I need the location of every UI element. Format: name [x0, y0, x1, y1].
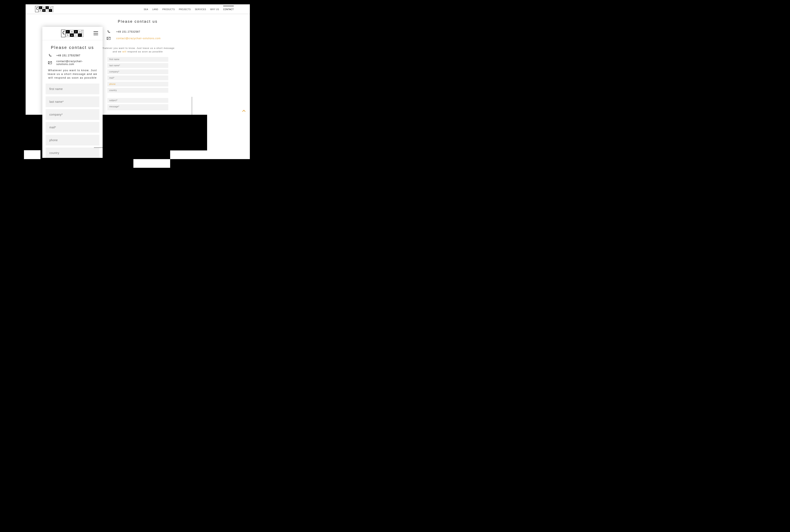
decorative-block: [170, 115, 250, 159]
svg-text:a: a: [71, 30, 73, 33]
svg-text:h: h: [67, 34, 68, 36]
svg-text:r: r: [79, 34, 80, 36]
nav-contact[interactable]: CONTACT: [223, 6, 234, 11]
email-link-mobile[interactable]: contact@crazychair-solutions.com: [56, 60, 97, 65]
scroll-to-top-button[interactable]: [242, 109, 246, 113]
email-row: contact@crazychair-solutions.com: [107, 37, 169, 40]
company-input-mobile[interactable]: [45, 109, 99, 120]
first-name-input-mobile[interactable]: [45, 83, 99, 94]
contact-blurb: Whatever you want to know. Just leave us…: [98, 46, 177, 53]
svg-point-18: [107, 39, 108, 39]
phone-row-mobile: +49 151 27532587: [48, 54, 97, 57]
svg-text:a: a: [71, 34, 73, 36]
logo-text: r: [40, 6, 41, 9]
svg-point-38: [49, 63, 49, 63]
blurb-part-b: respond as soon as possible: [126, 50, 163, 53]
svg-text:y: y: [50, 6, 51, 9]
nav-projects[interactable]: PROJECTS: [179, 7, 190, 11]
desktop-header: r a z y h a i r SEA LAND PR: [25, 4, 250, 14]
chevron-up-icon: [242, 110, 245, 112]
contact-form-mobile: [42, 83, 103, 158]
subject-input[interactable]: [107, 98, 168, 103]
contact-blurb-mobile: Whatever you want to know. Just leave us…: [46, 69, 99, 80]
svg-text:i: i: [76, 34, 76, 36]
email-row-mobile: contact@crazychair-solutions.com: [48, 60, 97, 65]
mobile-header: r a z y h a i r: [42, 27, 103, 40]
decorative-block: [170, 115, 207, 150]
page-title-mobile: Please contact us: [42, 45, 103, 50]
contact-info-mobile: +49 151 27532587 contact@crazychair-solu…: [42, 54, 103, 65]
brand-logo[interactable]: r a z y h a i r: [35, 6, 54, 12]
nav-sea[interactable]: SEA: [144, 7, 148, 11]
svg-rect-36: [82, 30, 84, 37]
hamburger-icon: [94, 31, 98, 32]
mail-icon: [107, 37, 110, 40]
mobile-window: r a z y h a i r Please contact us: [42, 27, 103, 158]
phone-icon: [107, 30, 110, 34]
contact-info: +49 151 27532587 contact@crazychair-solu…: [107, 30, 169, 40]
phone-icon: [48, 54, 52, 57]
page-title: Please contact us: [25, 19, 250, 24]
svg-rect-16: [52, 6, 54, 12]
svg-text:z: z: [47, 6, 48, 9]
svg-text:h: h: [40, 10, 41, 12]
mail-icon: [48, 61, 52, 64]
nav-services[interactable]: SERVICES: [195, 7, 206, 11]
phone-input[interactable]: [107, 82, 168, 87]
svg-text:a: a: [43, 6, 44, 9]
country-input[interactable]: [107, 88, 168, 93]
phone-number-mobile[interactable]: +49 151 27532587: [56, 54, 80, 57]
main-nav: SEA LAND PRODUCTS PROJECTS SERVICES WHY …: [144, 7, 234, 11]
brand-logo-mobile[interactable]: r a z y h a i r: [61, 30, 84, 37]
nav-land[interactable]: LAND: [152, 7, 158, 11]
mail-input-mobile[interactable]: [45, 122, 99, 133]
country-input-mobile[interactable]: [45, 148, 99, 158]
nav-products[interactable]: PRODUCTS: [162, 7, 175, 11]
decorative-vertical-line: [192, 97, 192, 115]
company-input[interactable]: [107, 69, 168, 74]
svg-text:r: r: [68, 30, 68, 33]
message-input[interactable]: [107, 104, 168, 110]
mail-input[interactable]: [107, 76, 168, 80]
svg-text:y: y: [79, 30, 80, 33]
contact-form: [107, 57, 168, 110]
svg-text:i: i: [47, 10, 48, 12]
nav-why-us[interactable]: WHY US: [210, 7, 219, 11]
svg-text:a: a: [43, 10, 44, 12]
phone-number[interactable]: +49 151 27532587: [116, 30, 140, 33]
decorative-block: [24, 150, 40, 159]
email-link[interactable]: contact@crazychair-solutions.com: [116, 37, 161, 40]
phone-input-mobile[interactable]: [45, 135, 99, 146]
svg-text:z: z: [75, 30, 77, 33]
svg-text:r: r: [50, 10, 51, 12]
blurb-highlight: will: [122, 50, 126, 53]
phone-row: +49 151 27532587: [107, 30, 169, 34]
first-name-input[interactable]: [107, 57, 168, 62]
last-name-input[interactable]: [107, 63, 168, 68]
hamburger-menu-button[interactable]: [94, 31, 98, 35]
last-name-input-mobile[interactable]: [45, 96, 99, 107]
